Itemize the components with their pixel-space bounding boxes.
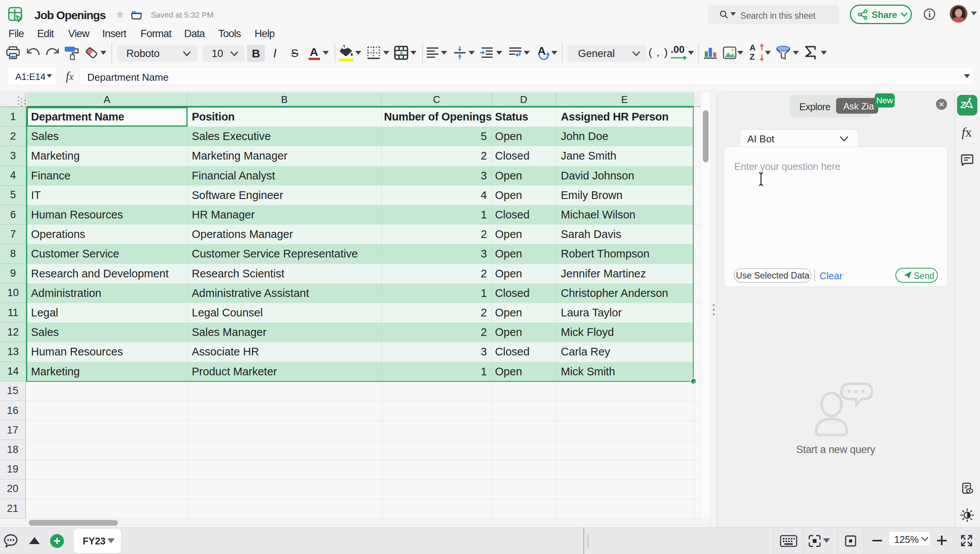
svg-text:a: a: [400, 50, 403, 55]
